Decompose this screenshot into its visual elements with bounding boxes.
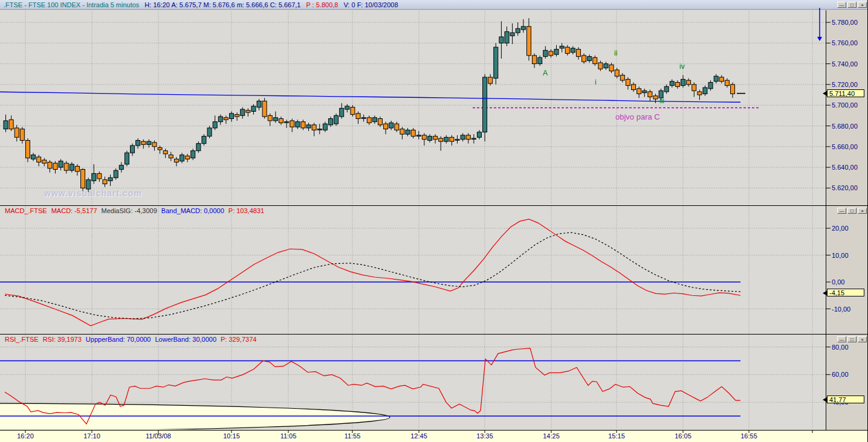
candle-down[interactable] xyxy=(25,141,30,158)
candle-up[interactable] xyxy=(703,88,707,94)
candle-up[interactable] xyxy=(306,125,311,128)
candle-up[interactable] xyxy=(207,128,212,136)
candle-up[interactable] xyxy=(505,31,509,43)
candle-down[interactable] xyxy=(356,114,360,119)
candle-up[interactable] xyxy=(427,136,432,141)
candle-up[interactable] xyxy=(86,180,91,189)
candle-up[interactable] xyxy=(461,135,465,139)
candle-up[interactable] xyxy=(317,129,322,130)
candle-down[interactable] xyxy=(598,63,603,69)
candle-up[interactable] xyxy=(196,144,201,151)
candle-down[interactable] xyxy=(37,157,41,162)
candle-up[interactable] xyxy=(191,151,195,158)
candle-down[interactable] xyxy=(433,136,438,139)
candle-up[interactable] xyxy=(416,135,421,136)
candle-down[interactable] xyxy=(384,124,388,129)
candle-up[interactable] xyxy=(499,37,504,43)
candle-up[interactable] xyxy=(708,82,713,88)
candle-down[interactable] xyxy=(367,118,371,123)
candle-up[interactable] xyxy=(119,165,123,170)
candle-down[interactable] xyxy=(648,92,652,97)
candle-up[interactable] xyxy=(372,118,377,122)
candle-up[interactable] xyxy=(444,137,449,141)
ellipse-annotation[interactable] xyxy=(0,403,390,431)
candle-down[interactable] xyxy=(615,70,619,76)
candle-down[interactable] xyxy=(9,120,13,129)
candle-down[interactable] xyxy=(719,77,724,82)
candle-up[interactable] xyxy=(202,136,206,144)
candle-down[interactable] xyxy=(301,122,305,128)
candle-down[interactable] xyxy=(692,85,696,91)
candle-down[interactable] xyxy=(675,82,679,86)
candle-up[interactable] xyxy=(604,64,608,68)
candle-down[interactable] xyxy=(626,79,630,85)
candle-up[interactable] xyxy=(455,139,459,141)
candle-down[interactable] xyxy=(53,163,57,169)
candle-down[interactable] xyxy=(42,160,47,163)
candle-down[interactable] xyxy=(725,80,729,86)
candle-down[interactable] xyxy=(158,148,162,150)
candle-down[interactable] xyxy=(97,173,102,179)
candle-up[interactable] xyxy=(4,121,8,129)
candle-down[interactable] xyxy=(235,115,239,117)
candle-up[interactable] xyxy=(108,178,112,181)
candle-up[interactable] xyxy=(125,153,129,164)
candle-up[interactable] xyxy=(560,46,564,48)
candle-down[interactable] xyxy=(632,85,636,90)
elliott-label-iv[interactable]: iv xyxy=(679,62,685,71)
candle-up[interactable] xyxy=(241,109,245,115)
candle-down[interactable] xyxy=(637,89,641,94)
candle-up[interactable] xyxy=(31,155,36,159)
elliott-label-i[interactable]: i xyxy=(595,78,597,86)
candle-up[interactable] xyxy=(180,155,184,161)
candle-up[interactable] xyxy=(114,170,118,178)
candle-up[interactable] xyxy=(251,106,256,112)
candle-up[interactable] xyxy=(257,101,261,107)
candle-down[interactable] xyxy=(290,121,294,127)
candle-down[interactable] xyxy=(141,141,146,144)
elliott-label-iii[interactable]: iii xyxy=(659,97,664,105)
candle-up[interactable] xyxy=(483,77,487,132)
candle-down[interactable] xyxy=(422,135,426,139)
candle-down[interactable] xyxy=(262,101,267,117)
candle-down[interactable] xyxy=(378,118,382,124)
candle-up[interactable] xyxy=(340,108,344,117)
candle-up[interactable] xyxy=(664,86,669,92)
candle-down[interactable] xyxy=(186,156,190,159)
candle-down[interactable] xyxy=(439,138,443,141)
candle-down[interactable] xyxy=(565,47,569,53)
candle-down[interactable] xyxy=(152,143,157,147)
candle-up[interactable] xyxy=(543,50,548,56)
candle-up[interactable] xyxy=(516,28,520,33)
candle-up[interactable] xyxy=(59,161,63,167)
candle-up[interactable] xyxy=(471,138,476,139)
candle-down[interactable] xyxy=(224,118,228,120)
candle-down[interactable] xyxy=(268,115,272,121)
candle-down[interactable] xyxy=(169,155,173,158)
elliott-label-ii[interactable]: ii xyxy=(614,49,617,57)
elliott-label-A[interactable]: A xyxy=(543,69,548,77)
candle-up[interactable] xyxy=(273,118,277,121)
candle-down[interactable] xyxy=(279,118,283,123)
candle-down[interactable] xyxy=(526,27,531,56)
candle-down[interactable] xyxy=(609,65,614,71)
candle-down[interactable] xyxy=(351,107,355,115)
candle-down[interactable] xyxy=(174,159,178,162)
candle-up[interactable] xyxy=(328,118,332,124)
candle-down[interactable] xyxy=(698,92,702,95)
candle-up[interactable] xyxy=(681,79,685,85)
candle-up[interactable] xyxy=(406,130,410,134)
candle-down[interactable] xyxy=(450,137,454,141)
candle-down[interactable] xyxy=(411,130,415,136)
candle-down[interactable] xyxy=(20,129,24,141)
candle-down[interactable] xyxy=(593,57,597,63)
candle-down[interactable] xyxy=(653,96,658,99)
candle-up[interactable] xyxy=(92,173,96,181)
candle-up[interactable] xyxy=(285,122,289,123)
candle-down[interactable] xyxy=(75,166,79,171)
candle-up[interactable] xyxy=(510,33,514,36)
candle-up[interactable] xyxy=(296,122,300,127)
candle-up[interactable] xyxy=(494,47,498,78)
candle-up[interactable] xyxy=(323,124,327,130)
candle-down[interactable] xyxy=(246,110,250,112)
